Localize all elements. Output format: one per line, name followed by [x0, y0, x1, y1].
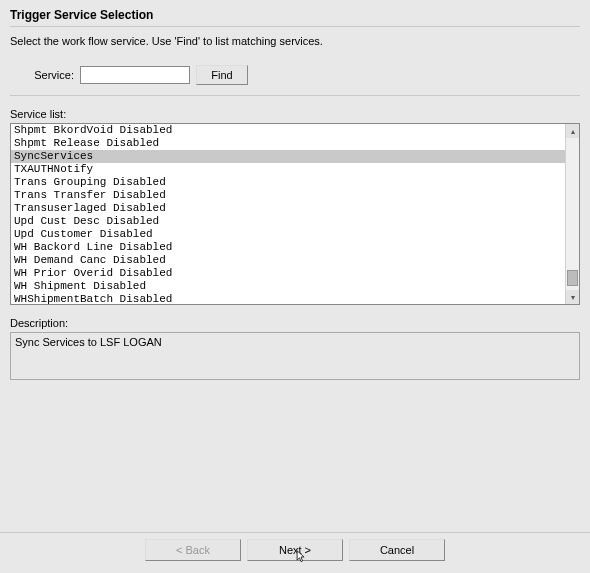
list-item[interactable]: Upd Customer Disabled: [11, 228, 565, 241]
list-item[interactable]: WH Backord Line Disabled: [11, 241, 565, 254]
service-list-label: Service list:: [10, 108, 580, 120]
list-item[interactable]: Upd Cust Desc Disabled: [11, 215, 565, 228]
find-button[interactable]: Find: [196, 65, 248, 85]
list-item[interactable]: WH Prior Overid Disabled: [11, 267, 565, 280]
list-item[interactable]: Trans Grouping Disabled: [11, 176, 565, 189]
service-input[interactable]: [80, 66, 190, 84]
scroll-up-icon[interactable]: ▴: [566, 124, 579, 138]
list-item[interactable]: Shpmt BkordVoid Disabled: [11, 124, 565, 137]
divider: [10, 95, 580, 96]
list-item[interactable]: TXAUTHNotify: [11, 163, 565, 176]
back-button: < Back: [145, 539, 241, 561]
next-button-label: Next >: [279, 544, 311, 556]
scroll-down-icon[interactable]: ▾: [566, 290, 579, 304]
wizard-footer: < Back Next > Cancel: [0, 532, 590, 561]
list-item[interactable]: Trans Transfer Disabled: [11, 189, 565, 202]
service-label: Service:: [28, 69, 80, 81]
description-value: Sync Services to LSF LOGAN: [15, 336, 162, 348]
service-listbox[interactable]: Shpmt BkordVoid DisabledShpmt Release Di…: [10, 123, 580, 305]
list-item[interactable]: WH Demand Canc Disabled: [11, 254, 565, 267]
list-item[interactable]: WHShipmentBatch Disabled: [11, 293, 565, 304]
list-item[interactable]: Transuserlaged Disabled: [11, 202, 565, 215]
scroll-thumb[interactable]: [567, 270, 578, 286]
service-row: Service: Find: [10, 65, 580, 85]
list-item[interactable]: WH Shipment Disabled: [11, 280, 565, 293]
list-item[interactable]: Shpmt Release Disabled: [11, 137, 565, 150]
list-item[interactable]: SyncServices: [11, 150, 565, 163]
description-label: Description:: [10, 317, 580, 329]
description-box: Sync Services to LSF LOGAN: [10, 332, 580, 380]
next-button[interactable]: Next >: [247, 539, 343, 561]
page-title: Trigger Service Selection: [10, 8, 580, 22]
instruction-text: Select the work flow service. Use 'Find'…: [10, 35, 580, 47]
divider: [10, 26, 580, 27]
scrollbar[interactable]: ▴ ▾: [565, 124, 579, 304]
cancel-button[interactable]: Cancel: [349, 539, 445, 561]
